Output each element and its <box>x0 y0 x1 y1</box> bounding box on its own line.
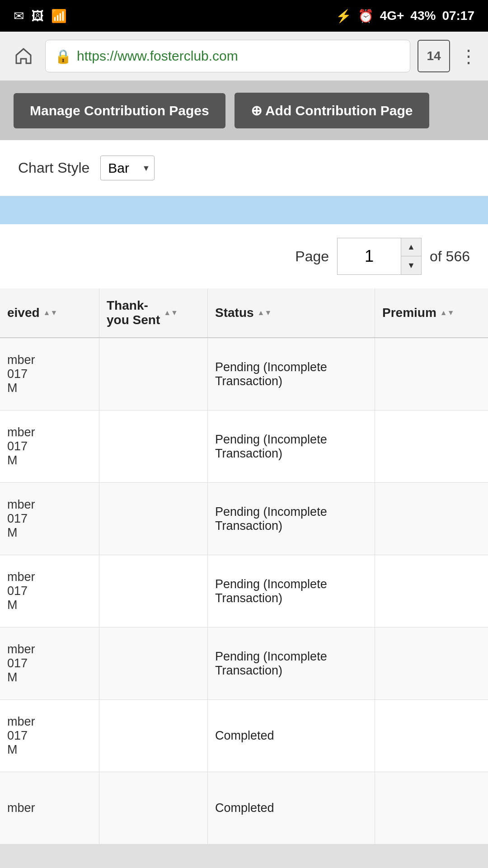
cell-status: Pending (Incomplete Transaction) <box>208 555 375 627</box>
button-bar: Manage Contribution Pages ⊕ Add Contribu… <box>0 81 488 140</box>
col-received: eived ▲▼ <box>0 288 99 337</box>
table-row: mber 017 M Completed View Edit Delete <box>0 700 488 772</box>
table-header-row: eived ▲▼ Thank-you Sent ▲▼ Status ▲▼ Pre… <box>0 288 488 338</box>
cell-premium <box>375 338 488 410</box>
sort-thankyou-icon[interactable]: ▲▼ <box>164 309 178 317</box>
cell-premium <box>375 627 488 699</box>
cell-thankyou <box>99 555 208 627</box>
status-bar-left-icons: ✉ 🖼 📶 <box>14 9 67 24</box>
cell-received: mber 017 M <box>0 700 99 772</box>
cell-received: mber 017 M <box>0 410 99 482</box>
cell-status: Pending (Incomplete Transaction) <box>208 483 375 555</box>
table-row: mber 017 M Pending (Incomplete Transacti… <box>0 627 488 700</box>
col-status-label: Status <box>215 306 254 320</box>
bluetooth-icon: ⚡ <box>336 9 352 24</box>
chart-style-select-wrapper[interactable]: Bar Line Pie <box>100 156 155 180</box>
col-status: Status ▲▼ <box>208 288 375 337</box>
table-row: mber Completed View Edit Delete <box>0 772 488 844</box>
page-label: Page <box>295 248 329 265</box>
cell-thankyou <box>99 700 208 772</box>
lock-icon: 🔒 <box>55 48 71 64</box>
sort-status-icon[interactable]: ▲▼ <box>258 309 272 317</box>
cell-status: Completed <box>208 700 375 772</box>
cell-premium <box>375 555 488 627</box>
cell-thankyou <box>99 772 208 844</box>
cell-thankyou <box>99 410 208 482</box>
col-premium: Premium ▲▼ <box>375 288 488 337</box>
manage-contribution-pages-button[interactable]: Manage Contribution Pages <box>14 93 225 128</box>
cell-thankyou <box>99 338 208 410</box>
battery-level: 43% <box>410 9 436 23</box>
chart-style-section: Chart Style Bar Line Pie <box>0 140 488 196</box>
cell-premium <box>375 483 488 555</box>
alarm-icon: ⏰ <box>358 9 374 24</box>
address-bar[interactable]: 🔒 https://www.fosterclub.com <box>45 40 410 72</box>
cell-premium <box>375 410 488 482</box>
cell-thankyou <box>99 627 208 699</box>
cell-received: mber 017 M <box>0 338 99 410</box>
cell-received: mber <box>0 772 99 844</box>
page-increment-button[interactable]: ▲ <box>401 238 421 256</box>
cell-status: Pending (Incomplete Transaction) <box>208 338 375 410</box>
sort-received-icon[interactable]: ▲▼ <box>43 309 58 317</box>
page-spinners: ▲ ▼ <box>401 238 421 274</box>
browser-menu-button[interactable]: ⋮ <box>457 42 479 71</box>
url-text: https://www.fosterclub.com <box>77 48 238 64</box>
cell-thankyou <box>99 483 208 555</box>
table-row: mber 017 M Pending (Incomplete Transacti… <box>0 555 488 627</box>
chart-style-select[interactable]: Bar Line Pie <box>100 156 155 180</box>
wifi-icon: 📶 <box>51 9 67 24</box>
col-thankyou-label: Thank-you Sent <box>107 298 160 327</box>
cell-premium <box>375 700 488 772</box>
table-row: mber 017 M Pending (Incomplete Transacti… <box>0 338 488 410</box>
col-received-label: eived <box>7 306 40 320</box>
sort-premium-icon[interactable]: ▲▼ <box>440 309 455 317</box>
add-contribution-page-button[interactable]: ⊕ Add Contribution Page <box>235 93 429 128</box>
page-content: Manage Contribution Pages ⊕ Add Contribu… <box>0 81 488 844</box>
col-premium-label: Premium <box>382 306 436 320</box>
table-row: mber 017 M Pending (Incomplete Transacti… <box>0 410 488 483</box>
time-display: 07:17 <box>442 9 474 23</box>
tabs-button[interactable]: 14 <box>418 40 450 72</box>
cell-premium <box>375 772 488 844</box>
cell-received: mber 017 M <box>0 483 99 555</box>
signal-strength: 4G+ <box>380 9 404 23</box>
page-input-wrapper[interactable]: ▲ ▼ <box>337 238 422 275</box>
tab-count: 14 <box>427 49 441 63</box>
cell-received: mber 017 M <box>0 627 99 699</box>
table-row: mber 017 M Pending (Incomplete Transacti… <box>0 483 488 555</box>
status-bar-right-icons: ⚡ ⏰ 4G+ 43% 07:17 <box>336 9 474 24</box>
pagination-section: Page ▲ ▼ of 566 <box>0 224 488 288</box>
status-bar: ✉ 🖼 📶 ⚡ ⏰ 4G+ 43% 07:17 <box>0 0 488 32</box>
home-button[interactable] <box>9 42 38 71</box>
total-pages-label: of 566 <box>430 248 470 265</box>
cell-received: mber 017 M <box>0 555 99 627</box>
blue-band <box>0 196 488 224</box>
contributions-table: eived ▲▼ Thank-you Sent ▲▼ Status ▲▼ Pre… <box>0 288 488 844</box>
col-thankyou: Thank-you Sent ▲▼ <box>99 288 208 337</box>
browser-chrome: 🔒 https://www.fosterclub.com 14 ⋮ <box>0 32 488 81</box>
page-number-input[interactable] <box>338 238 401 274</box>
cell-status: Pending (Incomplete Transaction) <box>208 410 375 482</box>
page-decrement-button[interactable]: ▼ <box>401 256 421 274</box>
cell-status: Completed <box>208 772 375 844</box>
mail-icon: ✉ <box>14 9 24 24</box>
cell-status: Pending (Incomplete Transaction) <box>208 627 375 699</box>
chart-style-label: Chart Style <box>18 160 89 176</box>
image-icon: 🖼 <box>31 9 44 24</box>
